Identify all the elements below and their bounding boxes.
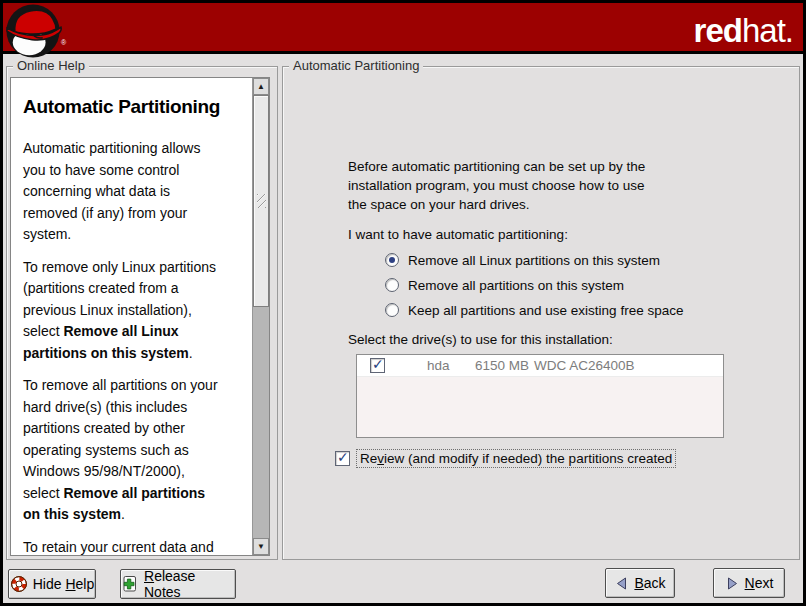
automatic-partitioning-panel: Automatic Partitioning Before automatic … (282, 66, 800, 560)
scroll-up-icon[interactable]: ▲ (253, 78, 269, 95)
review-checkbox-label: Review (and modify if needed) the partit… (356, 449, 676, 468)
online-help-frame-label: Online Help (13, 58, 89, 73)
help-content-area: Automatic Partitioning Automatic partiti… (10, 77, 270, 556)
next-label: Next (745, 575, 774, 591)
wordmark-red: red (694, 12, 742, 49)
online-help-panel: Online Help Automatic Partitioning Autom… (6, 66, 278, 560)
wordmark-dot: . (785, 12, 793, 49)
drive-select-label: Select the drive(s) to use for this inst… (348, 332, 613, 347)
release-notes-icon (121, 575, 139, 593)
arrow-left-icon (614, 576, 629, 591)
review-checkbox[interactable] (335, 451, 350, 466)
radio-button-icon[interactable] (385, 278, 399, 292)
drive-device: hda (427, 358, 450, 373)
hide-help-button[interactable]: Hide Help (8, 569, 96, 599)
scrollbar-grip (257, 194, 266, 208)
drive-list[interactable]: hda 6150 MB WDC AC26400B (356, 354, 724, 438)
lifebuoy-icon (10, 575, 28, 593)
radio-button-icon[interactable] (385, 303, 399, 317)
radio-button-icon[interactable] (385, 253, 399, 267)
drive-model: WDC AC26400B (534, 358, 635, 373)
drive-checkbox[interactable] (370, 358, 385, 373)
help-paragraph-4-clipped: To retain your current data and (23, 537, 248, 556)
review-partitions-option[interactable]: Review (and modify if needed) the partit… (335, 449, 676, 468)
scroll-down-icon[interactable]: ▼ (253, 538, 269, 555)
release-notes-label: Release Notes (144, 568, 235, 600)
partitioning-radio-group: Remove all Linux partitions on this syst… (385, 251, 683, 326)
header-banner: ® redhat. (3, 3, 803, 54)
scrollbar-thumb[interactable] (253, 95, 269, 307)
help-title: Automatic Partitioning (23, 96, 248, 118)
question-label: I want to have automatic partitioning: (348, 227, 568, 242)
help-paragraph-2: To remove only Linux partitions (partiti… (23, 257, 248, 365)
help-paragraph-1: Automatic partitioning allows you to hav… (23, 138, 248, 246)
help-scrollbar[interactable]: ▲ ▼ (252, 78, 269, 555)
registered-trademark: ® (61, 39, 66, 46)
radio-keep-all[interactable]: Keep all partitions and use existing fre… (385, 301, 683, 319)
redhat-wordmark: redhat. (694, 12, 793, 50)
next-button[interactable]: Next (713, 568, 785, 598)
redhat-shadowman-logo (5, 3, 63, 59)
release-notes-button[interactable]: Release Notes (120, 569, 236, 599)
intro-text: Before automatic partitioning can be set… (348, 157, 645, 214)
back-label: Back (634, 575, 665, 591)
drive-row-hda[interactable]: hda 6150 MB WDC AC26400B (357, 355, 723, 377)
wordmark-hat: hat (742, 12, 785, 49)
hide-help-label: Hide Help (33, 576, 95, 592)
radio-remove-all[interactable]: Remove all partitions on this system (385, 276, 683, 294)
back-button[interactable]: Back (605, 568, 675, 598)
help-text: Automatic Partitioning Automatic partiti… (11, 78, 252, 555)
help-paragraph-3: To remove all partitions on your hard dr… (23, 375, 248, 526)
arrow-right-icon (725, 576, 740, 591)
radio-remove-linux[interactable]: Remove all Linux partitions on this syst… (385, 251, 683, 269)
main-frame-label: Automatic Partitioning (289, 58, 423, 73)
drive-size: 6150 MB (475, 358, 529, 373)
installer-window: ® redhat. Online Help Automatic Partitio… (0, 0, 806, 606)
